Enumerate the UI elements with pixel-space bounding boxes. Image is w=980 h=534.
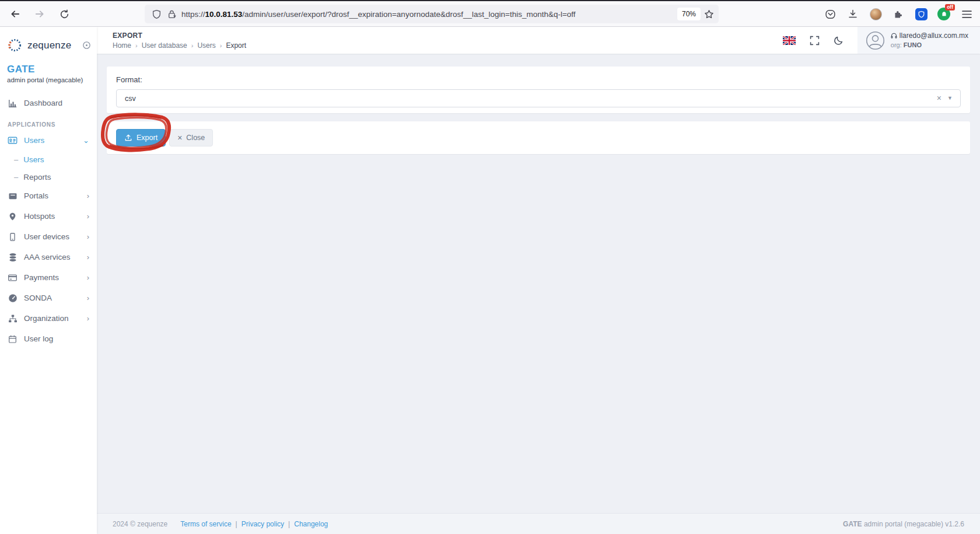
- format-label: Format:: [116, 75, 961, 84]
- profile-extension-button[interactable]: [867, 5, 884, 23]
- breadcrumb-user-database[interactable]: User database: [142, 41, 187, 50]
- sidebar-item-aaa-services[interactable]: AAA services ›: [0, 247, 97, 267]
- close-button[interactable]: × Close: [169, 129, 213, 146]
- forward-button[interactable]: [30, 5, 49, 23]
- sidebar-item-label: Hotspots: [24, 212, 55, 221]
- version-text: GATE admin portal (megacable) v1.2.6: [843, 520, 964, 528]
- map-pin-icon: [8, 212, 18, 221]
- user-menu[interactable]: llaredo@allux.com.mx org: FUNO: [858, 27, 980, 54]
- bar-chart-icon: [8, 99, 18, 108]
- sidebar-subitem-reports[interactable]: – Reports: [0, 168, 97, 186]
- sidebar-item-label: Users: [23, 155, 44, 164]
- org-value: FUNO: [904, 41, 922, 48]
- breadcrumb-users[interactable]: Users: [197, 41, 215, 50]
- terms-link[interactable]: Terms of service: [180, 520, 231, 528]
- sidebar-item-hotspots[interactable]: Hotspots ›: [0, 206, 97, 226]
- copyright-text: 2024 © zequenze: [113, 520, 167, 528]
- chevron-down-icon: ⌄: [83, 136, 89, 145]
- gauge-icon: [8, 294, 18, 303]
- page-zoom-badge[interactable]: 70%: [677, 8, 701, 20]
- format-select[interactable]: csv × ▼: [116, 89, 961, 107]
- chevron-right-icon: ›: [87, 314, 89, 323]
- footer-links: Terms of service | Privacy policy | Chan…: [180, 520, 328, 528]
- sidebar-item-organization[interactable]: Organization ›: [0, 308, 97, 329]
- reload-icon: [60, 9, 69, 19]
- breadcrumb-separator: ›: [220, 42, 222, 49]
- breadcrumb-home[interactable]: Home: [113, 41, 131, 50]
- url-bar[interactable]: https://10.0.81.53/admin/user/user/expor…: [145, 5, 719, 23]
- browser-toolbar: https://10.0.81.53/admin/user/user/expor…: [0, 1, 980, 27]
- archive-box-icon: [8, 191, 18, 201]
- sidebar-pin-icon[interactable]: [82, 41, 91, 50]
- dash-icon: –: [14, 155, 18, 164]
- sidebar: zequenze GATE admin portal (megacable) D…: [0, 27, 97, 534]
- select-caret-icon[interactable]: ▼: [947, 96, 953, 101]
- sidebar-item-users-group[interactable]: Users ⌄: [0, 130, 97, 151]
- export-button[interactable]: Export: [116, 129, 166, 146]
- sidebar-item-user-devices[interactable]: User devices ›: [0, 226, 97, 247]
- puzzle-piece-icon: [893, 9, 904, 19]
- sidebar-item-label: Dashboard: [24, 99, 62, 107]
- chevron-right-icon: ›: [87, 273, 89, 282]
- credit-card-icon: [8, 273, 18, 282]
- changelog-link[interactable]: Changelog: [294, 520, 328, 528]
- page-title: EXPORT: [113, 32, 246, 40]
- sidebar-item-portals[interactable]: Portals ›: [0, 186, 97, 206]
- language-flag-button[interactable]: [783, 36, 796, 45]
- fullscreen-button[interactable]: [810, 36, 820, 46]
- headset-icon: [891, 33, 897, 39]
- lock-warning-icon[interactable]: [167, 9, 177, 19]
- format-selected-value: csv: [125, 95, 136, 103]
- url-host: 10.0.81.53: [205, 10, 243, 19]
- nav-section-label: APPLICATIONS: [0, 113, 97, 130]
- sidebar-item-label: User devices: [24, 232, 69, 241]
- sidebar-item-user-log[interactable]: User log: [0, 329, 97, 349]
- user-email-row: llaredo@allux.com.mx: [891, 32, 968, 41]
- url-text[interactable]: https://10.0.81.53/admin/user/user/expor…: [181, 10, 677, 19]
- bitwarden-button[interactable]: [912, 5, 930, 23]
- profile-photo-icon: [870, 8, 882, 20]
- app-identity: GATE admin portal (megacable): [0, 58, 97, 83]
- sidebar-subitem-users[interactable]: – Users: [0, 151, 97, 168]
- sitemap-icon: [8, 314, 18, 323]
- back-arrow-icon: [10, 9, 20, 19]
- user-org: org: FUNO: [891, 41, 968, 49]
- blocker-extension-button[interactable]: off: [935, 5, 953, 23]
- pocket-button[interactable]: [821, 5, 839, 23]
- sidebar-item-label: Portals: [24, 191, 48, 200]
- menu-button[interactable]: [958, 5, 975, 23]
- extensions-button[interactable]: [890, 5, 907, 23]
- chevron-right-icon: ›: [87, 294, 89, 302]
- uk-flag-icon: [783, 36, 796, 45]
- chevron-right-icon: ›: [87, 232, 89, 241]
- footer-separator: |: [236, 520, 237, 528]
- brand-name: zequenze: [27, 40, 78, 51]
- org-label: org:: [891, 41, 902, 48]
- sidebar-item-label: Payments: [24, 273, 59, 282]
- back-button[interactable]: [6, 5, 24, 23]
- hamburger-menu-icon: [962, 10, 972, 19]
- chevron-right-icon: ›: [87, 191, 89, 200]
- sidebar-item-label: User log: [24, 334, 53, 343]
- downloads-button[interactable]: [844, 5, 862, 23]
- sidebar-nav: Dashboard APPLICATIONS Users ⌄ – Users –…: [0, 93, 97, 349]
- bookmark-star-icon[interactable]: [704, 9, 714, 19]
- sidebar-item-sonda[interactable]: SONDA ›: [0, 288, 97, 308]
- breadcrumb-separator: ›: [191, 42, 194, 49]
- sidebar-item-dashboard[interactable]: Dashboard: [0, 93, 97, 113]
- download-icon: [848, 9, 858, 19]
- privacy-link[interactable]: Privacy policy: [242, 520, 284, 528]
- brand-row[interactable]: zequenze: [0, 27, 97, 58]
- clear-selection-icon[interactable]: ×: [937, 94, 942, 102]
- dark-mode-button[interactable]: [834, 36, 844, 46]
- sidebar-item-payments[interactable]: Payments ›: [0, 267, 97, 288]
- database-icon: [8, 253, 18, 262]
- export-button-label: Export: [136, 134, 158, 142]
- shield-icon[interactable]: [152, 9, 162, 19]
- app-subtitle: admin portal (megacable): [7, 76, 90, 83]
- dash-icon: –: [14, 173, 18, 182]
- moon-icon: [834, 36, 844, 46]
- reload-button[interactable]: [55, 5, 74, 23]
- fullscreen-icon: [810, 36, 820, 46]
- window-edge: [0, 0, 980, 1]
